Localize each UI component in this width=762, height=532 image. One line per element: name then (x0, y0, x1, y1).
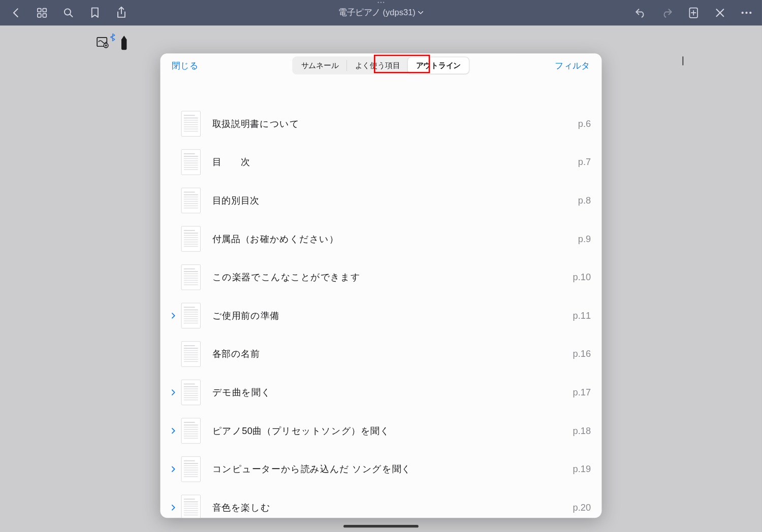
bluetooth-badge-icon (110, 34, 115, 42)
tab-outline[interactable]: アウトライン (408, 57, 469, 74)
outline-row[interactable]: ピアノ50曲（プリセットソング）を聞くp.18 (160, 412, 601, 451)
svg-point-8 (749, 12, 751, 14)
outline-page-number: p.10 (573, 272, 591, 283)
page-thumbnail (181, 188, 201, 213)
page-thumbnail (181, 418, 201, 444)
outline-page-number: p.18 (573, 426, 591, 437)
outline-title: ピアノ50曲（プリセットソング）を聞く (212, 425, 573, 437)
outline-row[interactable]: 各部の名前p.16 (160, 335, 601, 374)
page-thumbnail (181, 264, 201, 290)
outline-page-number: p.16 (573, 349, 591, 359)
svg-rect-0 (38, 9, 41, 12)
outline-title: 各部の名前 (212, 348, 573, 360)
page-thumbnail (181, 380, 201, 405)
outline-page-number: p.6 (578, 119, 591, 129)
outline-title: この楽器でこんなことができます (212, 271, 573, 283)
close-button[interactable]: 閉じる (172, 59, 198, 71)
tab-favorites[interactable]: よく使う項目 (347, 57, 408, 74)
svg-point-6 (742, 12, 744, 14)
pen-tool-icon[interactable] (117, 36, 131, 49)
outline-page-number: p.20 (573, 503, 591, 513)
expand-toggle[interactable] (166, 467, 181, 473)
page-thumbnail (181, 150, 201, 175)
outline-page-number: p.19 (573, 464, 591, 475)
outline-row[interactable]: 音色を楽しむp.20 (160, 489, 601, 518)
outline-row[interactable]: 目 次p.7 (160, 143, 601, 182)
app-top-nav: 電子ピアノ (ydps31) (0, 0, 762, 25)
outline-title: 付属品（お確かめください） (212, 233, 578, 245)
redo-icon[interactable] (661, 7, 673, 19)
chevron-right-icon (172, 428, 176, 434)
page-thumbnail (181, 303, 201, 328)
chevron-right-icon (172, 505, 176, 511)
document-title[interactable]: 電子ピアノ (ydps31) (338, 7, 423, 19)
outline-list[interactable]: 取扱説明書についてp.6目 次p.7目的別目次p.8付属品（お確かめください）p… (160, 79, 601, 518)
crop-tool-icon[interactable] (96, 36, 109, 49)
document-title-text: 電子ピアノ (ydps31) (338, 7, 415, 19)
outline-popover: 閉じる サムネール よく使う項目 アウトライン フィルタ 取扱説明書についてp.… (160, 53, 601, 518)
outline-title: コンピューターから読み込んだ ソングを聞く (212, 463, 573, 475)
chevron-right-icon (172, 467, 176, 473)
library-grid-icon[interactable] (36, 7, 48, 19)
outline-page-number: p.9 (578, 234, 591, 245)
share-icon[interactable] (116, 7, 128, 19)
drag-handle-dots[interactable] (377, 2, 384, 3)
svg-point-7 (745, 12, 747, 14)
page-thumbnail (181, 495, 201, 518)
chevron-right-icon (172, 313, 176, 319)
outline-title: 目 次 (212, 156, 578, 169)
outline-title: 取扱説明書について (212, 118, 578, 130)
page-thumbnail (181, 342, 201, 367)
svg-rect-1 (43, 9, 46, 12)
outline-row[interactable]: コンピューターから読み込んだ ソングを聞くp.19 (160, 450, 601, 489)
bookmark-icon[interactable] (89, 7, 101, 19)
page-edge-marker (682, 56, 683, 65)
outline-row[interactable]: 目的別目次p.8 (160, 182, 601, 220)
outline-title: 目的別目次 (212, 194, 578, 207)
svg-rect-2 (38, 14, 41, 17)
outline-row[interactable]: 取扱説明書についてp.6 (160, 105, 601, 144)
outline-row[interactable]: ご使用前の準備p.11 (160, 297, 601, 336)
outline-row[interactable]: デモ曲を聞くp.17 (160, 374, 601, 412)
chevron-right-icon (172, 389, 176, 395)
page-thumbnail (181, 456, 201, 482)
undo-icon[interactable] (635, 7, 647, 19)
outline-page-number: p.7 (578, 157, 591, 168)
svg-rect-3 (43, 14, 46, 17)
close-icon[interactable] (714, 7, 726, 19)
document-area: 閉じる サムネール よく使う項目 アウトライン フィルタ 取扱説明書についてp.… (0, 25, 762, 532)
expand-toggle[interactable] (166, 505, 181, 511)
tab-thumbnails[interactable]: サムネール (293, 57, 346, 74)
filter-button[interactable]: フィルタ (555, 59, 590, 71)
chevron-down-icon (418, 11, 423, 15)
view-segmented-control: サムネール よく使う項目 アウトライン (292, 56, 469, 75)
outline-row[interactable]: この楽器でこんなことができますp.10 (160, 258, 601, 297)
search-icon[interactable] (62, 7, 74, 19)
outline-title: 音色を楽しむ (212, 502, 573, 514)
outline-title: ご使用前の準備 (212, 310, 573, 322)
outline-page-number: p.8 (578, 195, 591, 206)
expand-toggle[interactable] (166, 313, 181, 319)
page-thumbnail (181, 111, 201, 137)
outline-row[interactable]: 付属品（お確かめください）p.9 (160, 220, 601, 259)
expand-toggle[interactable] (166, 389, 181, 395)
more-icon[interactable] (741, 7, 752, 19)
outline-page-number: p.17 (573, 387, 591, 398)
home-indicator (343, 525, 419, 527)
new-page-icon[interactable] (688, 7, 700, 19)
outline-page-number: p.11 (573, 311, 591, 321)
page-thumbnail (181, 226, 201, 252)
back-icon[interactable] (10, 7, 21, 19)
outline-title: デモ曲を聞く (212, 386, 573, 398)
expand-toggle[interactable] (166, 428, 181, 434)
